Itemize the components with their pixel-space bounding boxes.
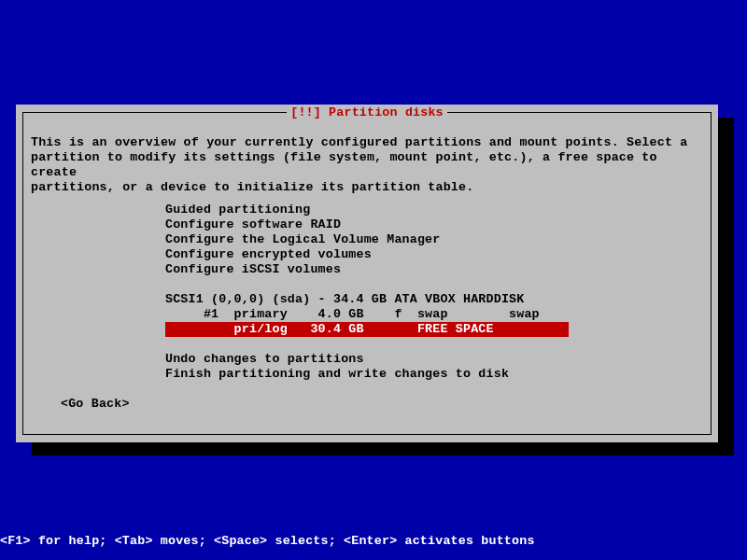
menu-finish[interactable]: Finish partitioning and write changes to… bbox=[165, 367, 569, 382]
menu-configure-lvm[interactable]: Configure the Logical Volume Manager bbox=[165, 232, 569, 247]
menu-configure-encrypted[interactable]: Configure encrypted volumes bbox=[165, 247, 569, 262]
menu-undo-changes[interactable]: Undo changes to partitions bbox=[165, 352, 569, 367]
keyboard-hint: <F1> for help; <Tab> moves; <Space> sele… bbox=[0, 534, 535, 549]
menu-configure-raid[interactable]: Configure software RAID bbox=[165, 217, 569, 232]
dialog-title: [!!] Partition disks bbox=[23, 105, 711, 120]
menu-partition-1[interactable]: #1 primary 4.0 GB f swap swap bbox=[165, 307, 569, 322]
partition-dialog: [!!] Partition disks This is an overview… bbox=[16, 105, 718, 442]
go-back-button[interactable]: <Go Back> bbox=[61, 397, 130, 412]
menu-configure-iscsi[interactable]: Configure iSCSI volumes bbox=[165, 262, 569, 277]
menu-guided-partitioning[interactable]: Guided partitioning bbox=[165, 203, 569, 217]
menu-free-space[interactable]: pri/log 30.4 GB FREE SPACE bbox=[165, 322, 569, 337]
partition-menu: Guided partitioning Configure software R… bbox=[165, 203, 569, 382]
menu-disk-sda[interactable]: SCSI1 (0,0,0) (sda) - 34.4 GB ATA VBOX H… bbox=[165, 292, 569, 307]
dialog-title-text: [!!] Partition disks bbox=[287, 105, 447, 119]
dialog-body-text: This is an overview of your currently co… bbox=[31, 135, 703, 195]
dialog-border: [!!] Partition disks This is an overview… bbox=[22, 112, 712, 435]
menu-spacer bbox=[165, 277, 569, 292]
menu-spacer bbox=[165, 337, 569, 352]
